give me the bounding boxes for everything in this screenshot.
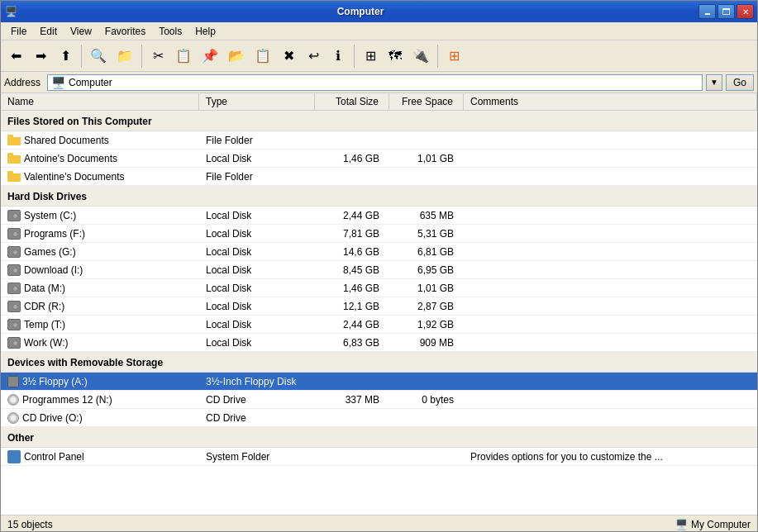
file-freespace: 5,31 GB [389,228,464,240]
file-name: Data (M:) [1,283,199,294]
list-item[interactable]: Shared Documents File Folder [1,131,757,150]
list-item[interactable]: CD Drive (O:) CD Drive [1,409,757,427]
file-type: Local Disk [199,264,315,276]
statusbar-right: 🖥️ My Computer [675,519,751,530]
list-item[interactable]: Download (I:) Local Disk 8,45 GB 6,95 GB [1,261,757,279]
cd-icon [7,394,19,406]
address-dropdown[interactable]: ▼ [706,74,722,91]
col-header-comments[interactable]: Comments [464,93,757,110]
go-button[interactable]: Go [726,74,754,91]
window-icon: 🖥️ [4,5,17,18]
undo-button[interactable]: ↩ [302,42,325,70]
section-removable: Devices with Removable Storage [1,352,757,373]
file-name: Antoine's Documents [1,153,199,164]
menu-view[interactable]: View [64,24,98,39]
harddisk-icon [7,301,21,312]
search-button[interactable]: 🔍 [86,42,111,70]
menubar: File Edit View Favorites Tools Help [1,22,757,40]
menu-help[interactable]: Help [188,24,222,39]
folders-icon: 📁 [117,50,133,63]
file-freespace: 2,87 GB [389,301,464,312]
list-item[interactable]: CDR (R:) Local Disk 12,1 GB 2,87 GB [1,297,757,316]
disconnect-icon: 🔌 [412,50,429,63]
file-freespace: 1,92 GB [389,319,464,330]
statusbar-count: 15 objects [7,519,53,530]
harddisk-icon [7,319,21,330]
properties-button[interactable]: ℹ [327,42,350,70]
list-item[interactable]: System (C:) Local Disk 2,44 GB 635 MB [1,207,757,225]
cut-button[interactable]: ✂ [146,42,169,70]
list-item[interactable]: Programmes 12 (N:) CD Drive 337 MB 0 byt… [1,391,757,409]
list-item[interactable]: Programs (F:) Local Disk 7,81 GB 5,31 GB [1,225,757,243]
section-other: Other [1,427,757,448]
delete-icon: ✖ [284,50,294,63]
address-input-wrapper[interactable]: 🖥️ [47,74,703,91]
menu-edit[interactable]: Edit [33,24,64,39]
up-button[interactable]: ⬆ [54,42,77,70]
file-freespace: 635 MB [389,210,464,221]
file-freespace: 1,01 GB [389,283,464,294]
harddisk-icon [7,210,21,221]
col-header-size[interactable]: Total Size [315,93,389,110]
section-files: Files Stored on This Computer [1,111,757,131]
menu-favorites[interactable]: Favorites [98,24,152,39]
menu-file[interactable]: File [4,24,33,39]
col-header-type[interactable]: Type [199,93,315,110]
toolbar-separator-1 [81,45,82,68]
list-item[interactable]: Control Panel System Folder Provides opt… [1,448,757,466]
col-header-name[interactable]: Name [1,93,199,110]
file-type: File Folder [199,135,315,146]
close-button[interactable]: ✕ [737,4,754,19]
file-name: 3½ Floppy (A:) [1,376,199,387]
titlebar: 🖥️ Computer 🗕 🗖 ✕ [1,1,757,22]
properties-icon: ℹ [336,50,341,63]
paste-button[interactable]: 📌 [198,42,222,70]
file-name: Valentine's Documents [1,171,199,183]
list-item[interactable]: Data (M:) Local Disk 1,46 GB 1,01 GB [1,279,757,297]
section-harddisk: Hard Disk Drives [1,186,757,207]
copy-to-button[interactable]: 📋 [250,42,275,70]
move-to-button[interactable]: 📂 [224,42,249,70]
views-button[interactable]: ⊞ [359,42,382,70]
forward-button[interactable]: ➡ [29,42,52,70]
maximize-button[interactable]: 🗖 [717,4,735,19]
col-header-free[interactable]: Free Space [389,93,464,110]
addressbar: Address 🖥️ ▼ Go [1,72,757,93]
file-totalsize: 2,44 GB [315,319,389,330]
menu-tools[interactable]: Tools [152,24,188,39]
disconnect-button[interactable]: 🔌 [408,42,433,70]
toolbar: ⬅ ➡ ⬆ 🔍 📁 ✂ 📋 📌 📂 📋 ✖ ↩ ℹ ⊞ 🗺 🔌 [1,40,757,72]
folders-button[interactable]: 📁 [112,42,137,70]
file-freespace: 909 MB [389,337,464,349]
file-type: 3½-Inch Floppy Disk [199,376,315,387]
list-item[interactable]: Antoine's Documents Local Disk 1,46 GB 1… [1,150,757,168]
copy-button[interactable]: 📋 [171,42,196,70]
delete-button[interactable]: ✖ [277,42,300,70]
window-title: Computer [22,6,698,17]
list-item[interactable]: Work (W:) Local Disk 6,83 GB 909 MB [1,334,757,352]
list-item[interactable]: Games (G:) Local Disk 14,6 GB 6,81 GB [1,243,757,261]
list-item[interactable]: Temp (T:) Local Disk 2,44 GB 1,92 GB [1,316,757,334]
file-name: Shared Documents [1,135,199,146]
list-item[interactable]: Valentine's Documents File Folder [1,168,757,186]
file-type: Local Disk [199,319,315,330]
paste-icon: 📌 [202,50,218,63]
cd-icon [7,412,19,424]
file-name: Temp (T:) [1,319,199,330]
map-drive-button[interactable]: 🗺 [384,42,407,70]
back-button[interactable]: ⬅ [4,42,27,70]
minimize-button[interactable]: 🗕 [698,4,716,19]
views-icon: ⊞ [365,50,376,63]
file-totalsize: 6,83 GB [315,337,389,349]
move-icon: 📂 [228,50,245,63]
list-item[interactable]: 3½ Floppy (A:) 3½-Inch Floppy Disk [1,373,757,391]
file-name: Download (I:) [1,264,199,276]
file-totalsize: 1,46 GB [315,153,389,164]
computer-icon-small: 🖥️ [675,519,688,530]
cut-icon: ✂ [153,50,164,63]
windows-button[interactable]: ⊞ [442,42,465,70]
file-name: Programmes 12 (N:) [1,394,199,406]
column-headers: Name Type Total Size Free Space Comments [1,93,757,111]
address-input[interactable] [69,77,698,88]
file-totalsize: 8,45 GB [315,264,389,276]
